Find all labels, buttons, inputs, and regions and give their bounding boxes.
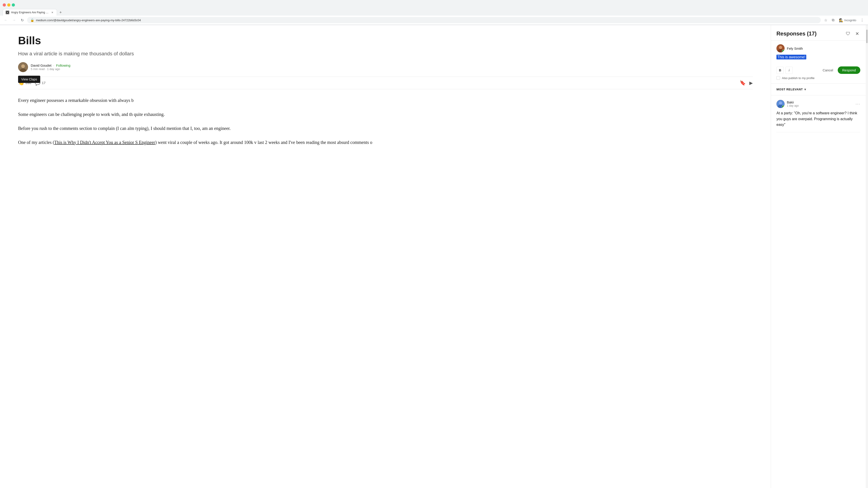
composer-avatar-badge: ★ — [782, 50, 784, 53]
url-display: medium.com/@davidgoudet/angry-engineers-… — [36, 19, 817, 22]
window-maximize-button[interactable] — [12, 3, 15, 6]
view-claps-tooltip: View Claps — [18, 76, 40, 83]
responses-panel: Responses (17) 🛡 ✕ ★ — [771, 25, 866, 488]
comment-header: ★ Bakii 1 day ago ··· — [776, 100, 860, 108]
bold-button[interactable]: B — [776, 67, 784, 74]
paragraph-1-text: Every engineer possesses a remarkable ob… — [18, 98, 133, 103]
forward-icon: → — [12, 18, 16, 22]
save-button[interactable]: 🔖 — [740, 80, 746, 86]
publish-label: Also publish to my profile — [782, 76, 815, 80]
responses-title: Responses (17) — [776, 31, 816, 37]
bold-icon: B — [779, 68, 781, 72]
comment-avatar-badge: ★ — [782, 105, 784, 108]
author-name: David Goudet — [31, 64, 52, 67]
svg-point-6 — [779, 46, 782, 49]
refresh-icon: ↻ — [21, 18, 24, 22]
composer-avatar: ★ — [776, 44, 784, 53]
sort-chevron-icon: ▾ — [804, 87, 806, 92]
shield-icon-symbol: 🛡 — [846, 31, 850, 36]
cancel-button[interactable]: Cancel — [820, 66, 836, 74]
sort-bar[interactable]: MOST RELEVANT ▾ — [771, 84, 866, 95]
window-close-button[interactable] — [3, 3, 6, 6]
bookmark-icon: 🔖 — [740, 80, 746, 86]
profile-button[interactable]: 🕵️ Incognito — [837, 17, 858, 23]
svg-point-1 — [7, 12, 8, 13]
tab-bar: Angry Engineers Are Paying M... ✕ + — [0, 9, 868, 15]
scrollbar-thumb[interactable] — [866, 30, 868, 43]
lock-icon: 🔒 — [30, 18, 34, 22]
incognito-icon: 🕵️ — [839, 18, 843, 22]
window-controls — [3, 3, 15, 6]
window-pip-button[interactable]: ⧉ — [830, 17, 836, 23]
response-composer: ★ Fely Smith This is awesome! B i Cancel… — [771, 41, 866, 84]
article-subtitle: How a viral article is making me thousan… — [18, 51, 753, 57]
back-button[interactable]: ← — [3, 17, 9, 23]
scrollbar-track[interactable] — [866, 25, 868, 488]
incognito-label: Incognito — [844, 19, 856, 22]
shield-button[interactable]: 🛡 — [845, 31, 851, 37]
author-meta: 5 min read · 1 day ago — [31, 67, 70, 71]
comment-avatar: ★ — [776, 100, 784, 108]
comment-item: ★ Bakii 1 day ago ··· At a party: "Oh, y… — [776, 95, 860, 132]
browser-chrome: Angry Engineers Are Paying M... ✕ + ← → … — [0, 0, 868, 25]
nav-bar: ← → ↻ 🔒 medium.com/@davidgoudet/angry-en… — [0, 15, 868, 25]
paragraph-4-start: One of my articles ( — [18, 140, 54, 145]
composer-highlighted-text: This is awesome! — [776, 55, 806, 59]
article-paragraph-1: Every engineer possesses a remarkable ob… — [18, 96, 753, 104]
star-icon: ☆ — [824, 18, 827, 22]
paragraph-3-text: Before you rush to the comments section … — [18, 126, 230, 131]
comment-body: At a party: "Oh, you're a software engin… — [776, 110, 860, 128]
dots-icon: ⋮ — [860, 18, 864, 22]
comments-count: 17 — [42, 81, 46, 85]
composer-toolbar: B i Cancel Respond — [776, 66, 860, 74]
composer-user-row: ★ Fely Smith — [776, 44, 860, 53]
active-tab[interactable]: Angry Engineers Are Paying M... ✕ — [3, 9, 57, 15]
comment-user: ★ Bakii 1 day ago — [776, 100, 799, 108]
author-name-row: David Goudet · Following — [31, 64, 70, 67]
new-tab-button[interactable]: + — [57, 9, 64, 15]
refresh-button[interactable]: ↻ — [19, 17, 25, 23]
listen-button[interactable]: ▶ — [749, 80, 753, 86]
composer-username: Fely Smith — [787, 46, 803, 51]
paragraph-2-text: Some engineers can be challenging people… — [18, 112, 165, 117]
tab-title: Angry Engineers Are Paying M... — [11, 11, 49, 14]
window-minimize-button[interactable] — [7, 3, 10, 6]
pip-icon: ⧉ — [832, 18, 834, 22]
responses-header-actions: 🛡 ✕ — [845, 31, 860, 37]
italic-icon: i — [789, 68, 789, 72]
view-claps-label: View Claps — [21, 77, 37, 81]
comments-list: ★ Bakii 1 day ago ··· At a party: "Oh, y… — [771, 95, 866, 488]
forward-button[interactable]: → — [11, 17, 17, 23]
article-link[interactable]: This is Why I Didn't Accept You as a Sen… — [54, 140, 155, 145]
dot-separator: · — [53, 64, 54, 67]
article-actions: 👏 898 💬 17 🔖 ▶ — [18, 76, 753, 89]
address-bar[interactable]: 🔒 medium.com/@davidgoudet/angry-engineer… — [27, 17, 821, 23]
paragraph-4-end: ) went viral a couple of weeks ago. It g… — [155, 140, 372, 145]
published-time: 1 day ago — [47, 67, 60, 71]
italic-button[interactable]: i — [785, 67, 793, 74]
comment-time: 1 day ago — [787, 104, 799, 107]
following-button[interactable]: Following — [56, 64, 70, 67]
close-icon-symbol: ✕ — [855, 31, 859, 36]
respond-button[interactable]: Respond — [838, 66, 860, 74]
read-time: 5 min read — [31, 67, 44, 71]
comment-username: Bakii — [787, 101, 799, 104]
author-avatar — [18, 62, 28, 72]
bookmark-star-button[interactable]: ☆ — [823, 17, 829, 23]
menu-button[interactable]: ⋮ — [859, 17, 865, 23]
tab-close-button[interactable]: ✕ — [51, 11, 54, 14]
publish-checkbox[interactable] — [776, 76, 780, 80]
article-title: Bills — [18, 34, 753, 47]
sort-label: MOST RELEVANT — [776, 88, 803, 91]
author-info: David Goudet · Following 5 min read · 1 … — [31, 64, 70, 71]
publish-profile-row: Also publish to my profile — [776, 76, 860, 80]
nav-actions: ☆ ⧉ 🕵️ Incognito ⋮ — [823, 17, 865, 23]
back-icon: ← — [4, 18, 8, 22]
svg-point-9 — [779, 101, 782, 105]
close-panel-button[interactable]: ✕ — [854, 31, 860, 37]
responses-header: Responses (17) 🛡 ✕ — [771, 25, 866, 41]
article-area: Bills How a viral article is making me t… — [0, 25, 771, 488]
article-paragraph-3: Before you rush to the comments section … — [18, 125, 753, 132]
comment-more-button[interactable]: ··· — [856, 102, 860, 106]
composer-text-area[interactable]: This is awesome! — [776, 55, 860, 64]
